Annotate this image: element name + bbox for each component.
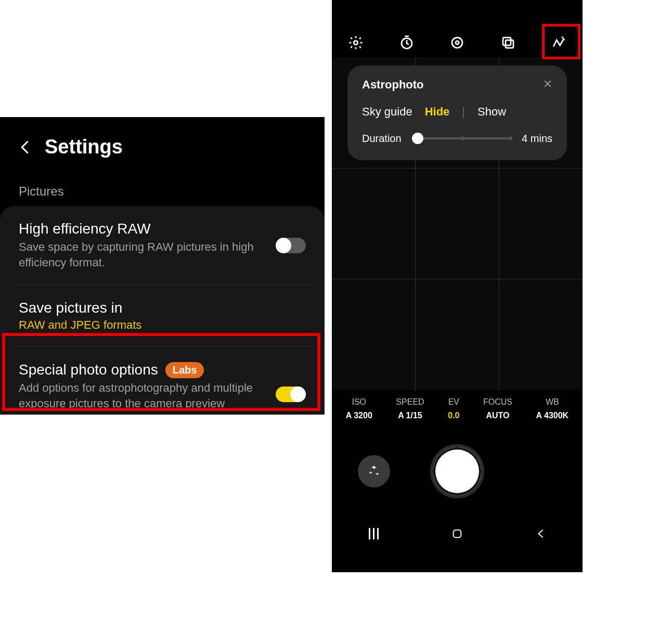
shutter-button[interactable] bbox=[430, 444, 484, 498]
svg-point-3 bbox=[456, 41, 459, 44]
effects-button[interactable] bbox=[358, 455, 390, 487]
svg-rect-4 bbox=[503, 37, 511, 45]
toggle-special[interactable] bbox=[276, 387, 306, 402]
page-title: Settings bbox=[45, 136, 123, 158]
grid-line bbox=[332, 279, 583, 279]
param-label: FOCUS bbox=[483, 397, 512, 407]
svg-point-2 bbox=[452, 37, 462, 48]
labs-badge: Labs bbox=[165, 362, 204, 378]
grid-line bbox=[332, 168, 583, 169]
divider: | bbox=[462, 105, 465, 119]
gear-icon[interactable] bbox=[347, 34, 364, 51]
popup-title: Astrophoto bbox=[362, 78, 424, 92]
setting-title: High efficiency RAW bbox=[19, 221, 276, 237]
metering-icon[interactable] bbox=[449, 34, 466, 51]
param-label: ISO bbox=[346, 397, 372, 407]
param-focus[interactable]: FOCUS AUTO bbox=[483, 397, 512, 420]
toggle-raw[interactable] bbox=[276, 238, 306, 253]
timer-icon[interactable] bbox=[398, 34, 415, 51]
settings-panel: Settings Pictures High efficiency RAW Sa… bbox=[0, 117, 325, 415]
sky-guide-hide[interactable]: Hide bbox=[425, 105, 450, 119]
setting-row-raw[interactable]: High efficiency RAW Save space by captur… bbox=[0, 206, 325, 285]
astrophoto-popup: Astrophoto Sky guide Hide | Show Duratio… bbox=[347, 66, 567, 160]
svg-point-6 bbox=[562, 37, 563, 37]
param-value: AUTO bbox=[483, 411, 512, 420]
param-value: 0.0 bbox=[448, 411, 459, 420]
section-label-pictures: Pictures bbox=[0, 169, 325, 206]
param-wb[interactable]: WB A 4300K bbox=[536, 397, 569, 420]
back-icon[interactable] bbox=[18, 140, 32, 154]
setting-desc: Add options for astrophotography and mul… bbox=[19, 380, 263, 415]
param-value: A 1/15 bbox=[396, 411, 424, 420]
param-value: A 3200 bbox=[346, 411, 372, 420]
duration-value: 4 mins bbox=[522, 133, 552, 145]
overlay-icon[interactable] bbox=[500, 34, 516, 51]
param-label: EV bbox=[448, 397, 459, 407]
back-button[interactable] bbox=[534, 526, 548, 541]
param-value: A 4300K bbox=[536, 411, 569, 420]
param-speed[interactable]: SPEED A 1/15 bbox=[396, 397, 424, 420]
camera-controls bbox=[332, 424, 583, 518]
param-iso[interactable]: ISO A 3200 bbox=[346, 397, 372, 420]
camera-toolbar bbox=[332, 30, 583, 57]
sky-guide-label: Sky guide bbox=[362, 105, 412, 119]
duration-label: Duration bbox=[362, 133, 402, 145]
settings-card: High efficiency RAW Save space by captur… bbox=[0, 206, 325, 415]
param-row: ISO A 3200 SPEED A 1/15 EV 0.0 FOCUS AUT… bbox=[332, 390, 583, 424]
setting-row-save[interactable]: Save pictures in RAW and JPEG formats bbox=[12, 285, 312, 346]
android-navbar bbox=[332, 518, 583, 549]
svg-point-0 bbox=[354, 41, 358, 45]
param-label: SPEED bbox=[396, 397, 424, 407]
camera-viewport: Astrophoto Sky guide Hide | Show Duratio… bbox=[332, 57, 583, 390]
recents-button[interactable] bbox=[366, 526, 381, 541]
setting-desc: Save space by capturing RAW pictures in … bbox=[19, 239, 263, 270]
close-icon[interactable] bbox=[543, 79, 552, 91]
setting-row-special[interactable]: Special photo options Labs Add options f… bbox=[12, 346, 312, 415]
svg-rect-5 bbox=[506, 40, 513, 48]
svg-point-7 bbox=[563, 39, 564, 40]
duration-slider[interactable] bbox=[412, 132, 511, 145]
home-button[interactable] bbox=[450, 526, 464, 541]
setting-title: Save pictures in bbox=[19, 300, 306, 316]
param-label: WB bbox=[536, 397, 569, 407]
astro-icon[interactable] bbox=[550, 34, 567, 51]
setting-title: Special photo options bbox=[19, 362, 158, 378]
svg-rect-8 bbox=[454, 530, 461, 538]
param-ev[interactable]: EV 0.0 bbox=[448, 397, 459, 420]
setting-sub: RAW and JPEG formats bbox=[19, 318, 306, 332]
sky-guide-show[interactable]: Show bbox=[477, 105, 506, 119]
camera-panel: Astrophoto Sky guide Hide | Show Duratio… bbox=[332, 0, 583, 572]
